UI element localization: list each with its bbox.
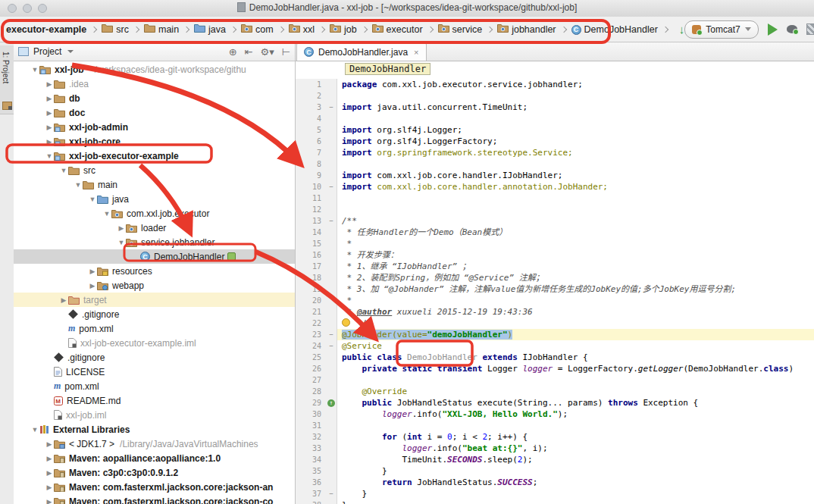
breadcrumb-item[interactable]: executor	[371, 23, 424, 36]
fold-marker-icon[interactable]: −	[326, 329, 337, 340]
tree-item-license[interactable]: LICENSE	[14, 365, 295, 379]
tree-item-doc[interactable]: ▶doc	[14, 105, 295, 120]
code-text[interactable]: logger.info("beat at:{}", i);	[337, 443, 814, 454]
collapsed-arrow-icon[interactable]: ▶	[45, 440, 54, 448]
fold-marker-icon[interactable]: −	[326, 102, 337, 113]
code-text[interactable]: * 1、继承 “IJobHandler” ；	[337, 261, 814, 272]
code-text[interactable]	[337, 420, 814, 431]
tree-item-resources[interactable]: ▶resources	[14, 264, 295, 278]
coverage-button[interactable]	[806, 23, 814, 35]
code-text[interactable]	[337, 374, 814, 386]
debug-button[interactable]	[787, 25, 797, 33]
code-text[interactable]	[337, 204, 814, 215]
tree-item-xxl-job[interactable]: ▼xxl-job~/workspaces/idea-git-workspace/…	[14, 62, 295, 77]
hide-icon[interactable]: ⊢	[282, 46, 290, 58]
breadcrumb-item[interactable]: com	[240, 23, 275, 36]
code-text[interactable]: /**	[337, 215, 814, 227]
expanded-arrow-icon[interactable]: ▼	[117, 239, 126, 246]
code-text[interactable]: * 开发步骤：	[337, 249, 814, 261]
breadcrumb-item[interactable]: CDemoJobHandler	[570, 23, 659, 36]
collapsed-arrow-icon[interactable]: ▶	[45, 138, 54, 146]
tree-item-main[interactable]: ▼main	[14, 177, 295, 192]
expanded-arrow-icon[interactable]: ▼	[88, 196, 97, 203]
code-text[interactable]: TimeUnit.SECONDS.sleep(2);	[337, 454, 814, 465]
tree-item--gitignore[interactable]: .gitignore	[14, 350, 295, 365]
editor-breadcrumb-item[interactable]: DemoJobHandler	[345, 63, 430, 75]
code-text[interactable]: */	[337, 318, 814, 329]
collapsed-arrow-icon[interactable]: ▶	[117, 224, 126, 232]
code-text[interactable]: * 2、装配到Spring，例如加 “@Service” 注解；	[337, 272, 814, 283]
code-text[interactable]: }	[337, 465, 814, 477]
code-text[interactable]	[337, 158, 814, 170]
code-text[interactable]: private static transient Logger logger =…	[337, 363, 814, 374]
code-text[interactable]: *	[337, 295, 814, 306]
tree-item-xxl-job-admin[interactable]: ▶xxl-job-admin	[14, 120, 295, 134]
locate-icon[interactable]: ⊕	[229, 46, 237, 58]
tree-item-maven-c3p0-c3p0-0-9-1-2[interactable]: ▶Maven: c3p0:c3p0:0.9.1.2	[14, 465, 295, 480]
step-down-icon[interactable]: ↓	[679, 23, 685, 35]
tree-item--gitignore[interactable]: .gitignore	[14, 307, 295, 321]
tree-item-maven-aopalliance-aopalliance-1-0[interactable]: ▶Maven: aopalliance:aopalliance:1.0	[14, 451, 295, 465]
code-text[interactable]: import java.util.concurrent.TimeUnit;	[337, 102, 814, 113]
tree-item-src[interactable]: ▼src	[14, 163, 295, 177]
breadcrumb-item[interactable]: java	[193, 23, 227, 36]
code-text[interactable]: public class DemoJobHandler extends IJob…	[337, 352, 814, 363]
code-text[interactable]: return JobHandleStatus.SUCCESS;	[337, 477, 814, 488]
settings-icon[interactable]: ⚙▾	[260, 46, 274, 58]
code-text[interactable]	[337, 193, 814, 204]
expanded-arrow-icon[interactable]: ▼	[102, 210, 111, 218]
collapsed-arrow-icon[interactable]: ▶	[45, 109, 54, 117]
code-text[interactable]: * 3、加 “@JobHander” 注解，注解value值为新增任务生成的Jo…	[337, 283, 814, 295]
chevron-down-icon[interactable]	[67, 50, 74, 53]
code-text[interactable]: logger.info("XXL-JOB, Hello World.");	[337, 409, 814, 420]
breadcrumb-item[interactable]: src	[100, 23, 130, 36]
editor-tab[interactable]: C DemoJobHandler.java ×	[296, 42, 427, 61]
code-text[interactable]: import org.springframework.stereotype.Se…	[337, 147, 814, 158]
fold-marker-icon[interactable]: −	[326, 488, 337, 499]
tree-item-com-xxl-job-executor[interactable]: ▼com.xxl.job.executor	[14, 206, 295, 221]
tree-item-pom-xml[interactable]: mpom.xml	[14, 321, 295, 336]
breadcrumb-item[interactable]: job	[328, 23, 358, 36]
breadcrumb-item[interactable]: jobhandler	[496, 23, 557, 36]
tree-item--jdk1-7-[interactable]: ▶< JDK1.7 >/Library/Java/JavaVirtualMach…	[14, 437, 295, 451]
tree-item-maven-com-fasterxml-jackson-core-jackson-an[interactable]: ▶Maven: com.fasterxml.jackson.core:jacks…	[14, 480, 295, 494]
code-text[interactable]: public JobHandleStatus execute(String...…	[337, 397, 814, 409]
collapsed-arrow-icon[interactable]: ▶	[45, 95, 54, 102]
override-method-icon[interactable]: ↑	[326, 397, 337, 409]
tree-item-loader[interactable]: ▶loader	[14, 221, 295, 235]
tree-item-java[interactable]: ▼java	[14, 192, 295, 206]
collapsed-arrow-icon[interactable]: ▶	[45, 484, 54, 491]
tree-item-readme-md[interactable]: MREADME.md	[14, 393, 295, 408]
breadcrumb-item[interactable]: xxl	[287, 23, 316, 36]
code-text[interactable]: @Service	[337, 340, 814, 352]
tree-item-pom-xml[interactable]: mpom.xml	[14, 379, 295, 393]
collapsed-arrow-icon[interactable]: ▶	[59, 296, 68, 304]
collapsed-arrow-icon[interactable]: ▶	[88, 268, 97, 275]
collapsed-arrow-icon[interactable]: ▶	[45, 498, 54, 504]
tree-item-external-libraries[interactable]: ▼External Libraries	[14, 422, 295, 437]
tree-item--idea[interactable]: ▶.idea	[14, 77, 295, 91]
tree-item-maven-com-fasterxml-jackson-core-jackson-co[interactable]: ▶Maven: com.fasterxml.jackson.core:jacks…	[14, 494, 295, 504]
expanded-arrow-icon[interactable]: ▼	[45, 152, 54, 160]
breadcrumb-item[interactable]: main	[142, 23, 180, 36]
code-text[interactable]: }	[337, 499, 814, 504]
fold-marker-icon[interactable]: −	[326, 340, 337, 352]
breadcrumb-item[interactable]: service	[437, 23, 484, 36]
expanded-arrow-icon[interactable]: ▼	[74, 181, 83, 189]
close-tab-icon[interactable]: ×	[414, 48, 418, 57]
code-editor[interactable]: 1package com.xxl.job.executor.service.jo…	[296, 76, 814, 504]
tree-item-webapp[interactable]: ▶webapp	[14, 278, 295, 293]
collapsed-arrow-icon[interactable]: ▶	[88, 282, 97, 290]
code-text[interactable]: @JobHander(value="demoJobHandler")	[337, 329, 814, 340]
expanded-arrow-icon[interactable]: ▼	[30, 426, 39, 434]
tree-item-target[interactable]: ▶target	[14, 293, 295, 307]
code-text[interactable]: * @author xuxueli 2015-12-19 19:43:36	[337, 306, 814, 318]
code-text[interactable]: import org.slf4j.Logger;	[337, 124, 814, 136]
code-text[interactable]: import org.slf4j.LoggerFactory;	[337, 136, 814, 147]
intention-bulb-icon[interactable]	[342, 318, 350, 327]
run-configuration-select[interactable]: Tomcat7	[684, 20, 758, 39]
code-text[interactable]	[337, 113, 814, 124]
code-text[interactable]: *	[337, 238, 814, 249]
code-text[interactable]: import com.xxl.job.core.handler.IJobHand…	[337, 170, 814, 181]
tree-item-service-jobhandler[interactable]: ▼service.jobhandler	[14, 235, 295, 249]
